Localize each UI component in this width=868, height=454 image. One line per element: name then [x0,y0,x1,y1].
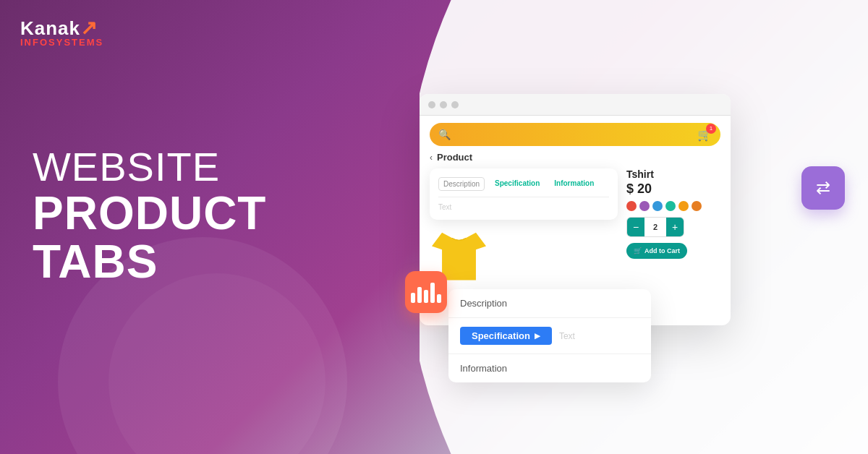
tab-information-browser[interactable]: Information [550,177,598,191]
cart-btn-icon: 🛒 [634,247,642,254]
quantity-decrease-button[interactable]: − [627,218,644,236]
tabs-list-information-label[interactable]: Information [460,363,639,374]
color-dots-row [626,201,720,211]
tabs-list-description-row: Description [448,289,651,318]
tabs-list-information-row: Information [448,354,651,382]
barchart-icon-button[interactable] [405,271,447,313]
color-dot-3[interactable] [652,201,663,211]
browser-dot-1 [428,101,435,108]
title-product: PRODUCT [33,189,266,238]
search-icon: 🔍 [438,129,451,140]
quantity-increase-button[interactable]: + [666,218,684,236]
barchart-visual [411,281,441,303]
bar-1 [411,293,415,303]
title-tabs: TABS [33,238,266,286]
browser-tabs-row: Description Specification Information [438,177,609,197]
product-name: Tshirt [626,168,720,180]
browser-search-bar[interactable]: 🔍 🛒 1 [430,123,720,146]
bar-5 [437,294,441,303]
transfer-icon-button[interactable]: ⇄ [801,166,845,210]
browser-body: Description Specification Information Te… [430,168,720,291]
page-background: Kanak↗ Infosystems WEBSITE PRODUCT TABS … [0,0,868,454]
bar-3 [424,290,428,303]
browser-titlebar [420,94,731,116]
color-dot-2[interactable] [639,201,650,211]
color-dot-4[interactable] [665,201,676,211]
nav-back-arrow[interactable]: ‹ [430,153,433,163]
nav-product-label: Product [437,152,472,163]
color-dot-6[interactable] [692,201,702,211]
product-left-area: Description Specification Information Te… [430,168,618,291]
bar-2 [417,287,422,303]
quantity-row: − 2 + [626,217,684,237]
logo: Kanak↗ Infosystems [20,16,103,48]
logo-infosystems-text: Infosystems [20,37,103,48]
quantity-value: 2 [644,223,666,231]
logo-arrow-icon: ↗ [80,17,98,39]
product-info-area: Tshirt $ 20 − 2 + [626,168,720,291]
browser-nav: ‹ Product [430,152,720,163]
tab-description-browser[interactable]: Description [438,177,485,191]
browser-tabs-card: Description Specification Information Te… [430,168,618,220]
product-price: $ 20 [626,181,720,197]
title-website: WEBSITE [33,145,266,189]
bar-4 [430,283,435,303]
tabs-list-specification-active[interactable]: Specification ▶ [460,327,552,345]
browser-dot-2 [440,101,447,108]
add-to-cart-button[interactable]: 🛒 Add to Cart [626,243,687,259]
add-to-cart-label: Add to Cart [644,247,680,254]
tab-specification-browser[interactable]: Specification [490,177,544,191]
cart-badge: 1 [706,124,716,134]
tabs-list-specification-label: Specification [472,330,530,341]
color-dot-1[interactable] [626,201,637,211]
tabs-list-description-label[interactable]: Description [460,298,639,309]
tab-active-arrow-icon: ▶ [535,332,540,340]
browser-dot-3 [451,101,459,108]
tabs-list-card: Description Specification ▶ Text Informa… [448,289,651,382]
main-title-block: WEBSITE PRODUCT TABS [33,145,266,286]
color-dot-5[interactable] [678,201,689,211]
browser-tab-text: Text [438,203,609,211]
tabs-list-spec-text: Text [559,331,575,341]
cart-area: 🛒 1 [697,128,712,142]
transfer-arrows-icon: ⇄ [816,178,830,198]
browser-content: 🔍 🛒 1 ‹ Product Description [420,116,731,298]
tabs-list-specification-row: Specification ▶ Text [448,318,651,354]
